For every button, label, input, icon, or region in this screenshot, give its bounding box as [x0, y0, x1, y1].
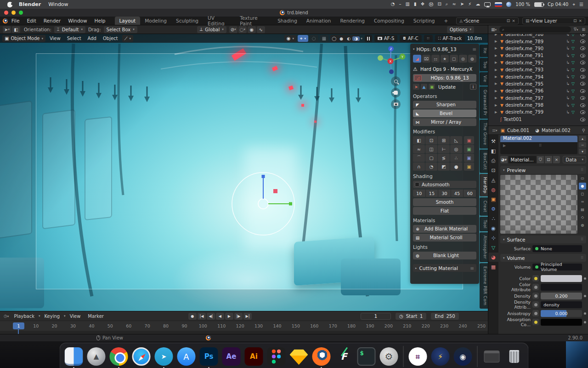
view-layer-selector[interactable]: ▤▾ View Layer ⊡×	[522, 17, 585, 24]
properties-tab[interactable]: ⊹	[488, 233, 498, 242]
new-collection-icon[interactable]: ⊞	[582, 27, 585, 32]
properties-tab[interactable]: ⎙	[488, 156, 498, 165]
sidebar-tab[interactable]: Graswald Pr	[480, 86, 488, 119]
hide-viewport-eye-icon[interactable]	[580, 34, 585, 36]
workspace-tab[interactable]: Rendering	[335, 17, 369, 25]
hops-tab-icon[interactable]: ◢	[413, 55, 421, 63]
status-icon[interactable]: ◔	[391, 1, 395, 8]
properties-tab[interactable]: ⊡	[488, 166, 498, 175]
volume-panel-header[interactable]: ▾Volume⠿	[500, 254, 586, 262]
preview-panel-header[interactable]: ▾Preview⠿	[500, 166, 586, 174]
boolean-button[interactable]: ▣	[464, 136, 474, 144]
hops-tab-icon[interactable]: ⚏	[431, 55, 440, 63]
menubar-window-menu[interactable]: Window	[48, 1, 68, 7]
hide-viewport-eye-icon[interactable]	[580, 68, 585, 72]
modifier-button[interactable]: ≶	[438, 154, 450, 162]
transport-button[interactable]: ●	[188, 313, 197, 320]
outliner-search-input[interactable]: ⌕	[499, 26, 571, 33]
outliner-row[interactable]: ʃ Text001	[488, 116, 588, 123]
workspace-tab[interactable]: Animation	[302, 17, 336, 25]
navigation-gizmo[interactable]: Z Y X	[374, 44, 407, 76]
hide-viewport-eye-icon[interactable]	[580, 82, 585, 86]
operator-button[interactable]: ◣Bevel	[413, 109, 476, 117]
modifier-button[interactable]: ◎	[450, 145, 462, 153]
modifier-button[interactable]: ◺	[450, 136, 462, 144]
workspace-tab[interactable]: Sculpting	[171, 17, 203, 25]
pause-button[interactable]	[365, 35, 372, 42]
smooth-button[interactable]: Smooth	[413, 198, 476, 206]
modifier-button[interactable]: ∴	[450, 154, 462, 162]
active-tool-icon[interactable]: ➤▾	[3, 26, 11, 33]
flat-button[interactable]: Flat	[413, 207, 476, 215]
transport-button[interactable]: ◀|	[207, 313, 215, 320]
blank-light-button[interactable]: ◍Blank Light	[413, 252, 476, 259]
collapse-arrow-icon[interactable]: ▾	[413, 47, 415, 51]
hops-tab-icon[interactable]: ▢	[450, 55, 458, 63]
xray-toggle[interactable]: ▦	[320, 35, 328, 42]
frame-start-field[interactable]: ◷Start1	[396, 313, 427, 320]
desirefx.me_798[interactable]: ▶ ▼ desirefx.me_798 ↳ ▽	[488, 102, 588, 109]
minimized-window[interactable]	[482, 346, 502, 367]
density-attribute-field[interactable]: density	[541, 301, 582, 308]
finder[interactable]	[64, 346, 84, 367]
hide-viewport-eye-icon[interactable]	[580, 75, 585, 79]
absorption-color-swatch[interactable]	[541, 319, 582, 326]
hide-viewport-eye-icon[interactable]	[580, 40, 585, 43]
animate-dot[interactable]	[584, 295, 586, 297]
af-track-button[interactable]: ⛶AF-Track	[435, 35, 465, 42]
sidebar-tab[interactable]: The Grove	[480, 120, 488, 148]
expand-arrow-icon[interactable]: ▶	[495, 40, 498, 43]
copy-icon[interactable]: ⊡	[545, 156, 552, 163]
autosmooth-checkbox[interactable]: Autosmooth	[413, 181, 476, 188]
properties-tab[interactable]: ⚒	[488, 137, 498, 146]
preview-shape-button[interactable]: ≈	[579, 198, 586, 205]
info-button[interactable]: i	[470, 84, 476, 90]
mode-dropdown[interactable]: ▣Object Mode▾	[2, 35, 45, 42]
update-source-icon[interactable]: ➤	[413, 84, 419, 90]
color-attribute-field[interactable]	[541, 284, 582, 291]
network-globe-icon[interactable]	[506, 2, 511, 7]
slot-scroll-icon[interactable]: ▴	[579, 136, 586, 141]
remove-slot-button[interactable]: −	[579, 142, 586, 148]
dock-separator[interactable]	[401, 346, 406, 367]
operator-button[interactable]: ◤Sharpen	[413, 101, 476, 109]
modifier-button[interactable]: ◫	[425, 145, 437, 153]
volume-value-field[interactable]: Principled Volume	[532, 264, 582, 270]
status-icon[interactable]: ⚡	[468, 1, 471, 8]
hops-tab-icon[interactable]: ⌧	[422, 55, 430, 63]
boolean-button[interactable]: ▣	[464, 145, 474, 153]
viewport-menu-item[interactable]: Select	[64, 36, 85, 41]
expand-arrow-icon[interactable]: ▶	[503, 144, 506, 148]
expand-arrow-icon[interactable]: ▶	[495, 89, 498, 93]
hops-tab-icon[interactable]: ◍	[468, 55, 476, 63]
after-effects[interactable]: Ae	[221, 346, 242, 367]
density-socket[interactable]	[532, 293, 539, 299]
hide-viewport-eye-icon[interactable]	[580, 104, 585, 107]
hide-viewport-eye-icon[interactable]	[580, 118, 585, 121]
material-slot-list[interactable]: Material.002 ▶⠿	[500, 136, 577, 154]
topbar-menu-item[interactable]: Edit	[23, 18, 40, 23]
preview-shape-button[interactable]: ◍	[579, 222, 586, 229]
desirefx.me_796[interactable]: ▶ ▼ desirefx.me_796 ↳ ▽	[488, 87, 588, 94]
view-layer-name[interactable]: View Layer	[532, 18, 572, 23]
timeline-menu-keying[interactable]: Keying	[41, 314, 63, 319]
link-mode-dropdown[interactable]: Data▾	[563, 156, 586, 163]
system-preferences[interactable]: ⚙	[379, 346, 399, 367]
breadcrumb-object[interactable]: Cube.001	[507, 128, 529, 133]
app-store[interactable]: A	[176, 346, 197, 367]
anisotropy-slider[interactable]: 0.000	[541, 310, 582, 317]
status-icon[interactable]: Ⓜ	[429, 1, 433, 8]
workspace-tab[interactable]: +	[440, 17, 453, 25]
copy-icon[interactable]: ⊡	[573, 18, 577, 23]
blender[interactable]	[311, 346, 332, 367]
zoom-view-button[interactable]	[391, 76, 401, 86]
status-icon[interactable]: ⌕	[446, 1, 448, 8]
blender-app-menu-icon[interactable]	[3, 18, 8, 23]
airplay-icon[interactable]	[484, 2, 491, 6]
shading-mode-button[interactable]: ●	[338, 36, 345, 41]
animate-dot[interactable]	[584, 321, 586, 323]
transport-button[interactable]: ◀	[216, 313, 224, 320]
transport-button[interactable]: ▶	[225, 313, 233, 320]
apple-menu-icon[interactable]	[7, 2, 12, 7]
checkbox-icon[interactable]	[415, 182, 419, 187]
